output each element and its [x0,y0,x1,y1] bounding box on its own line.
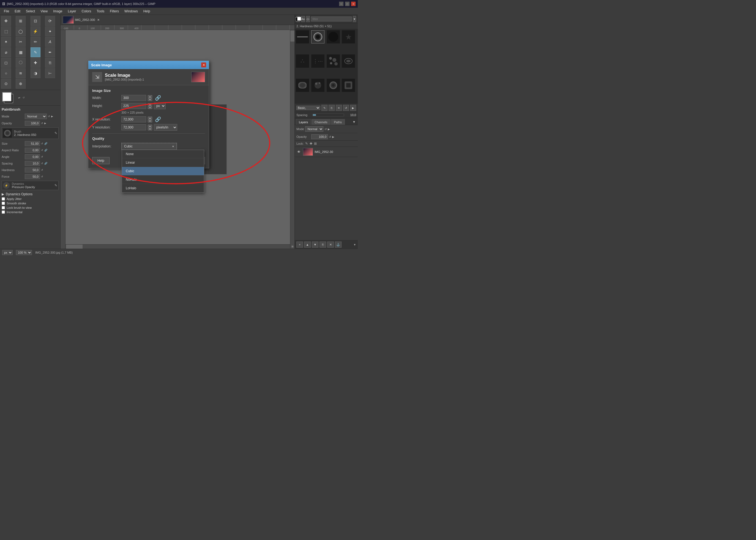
width-spinner[interactable]: ▲ ▼ [148,95,152,101]
height-spinner[interactable]: ▲ ▼ [148,103,152,109]
yres-row: Y resolution: ▲ ▼ pixels/in pixels/mm [92,124,205,131]
yres-label: Y resolution: [92,125,120,129]
res-unit-select[interactable]: pixels/in pixels/mm [154,124,177,131]
quality-section-title: Quality [92,136,205,141]
xres-label: X resolution: [92,117,120,121]
dialog-header-sub: [IMG_2952-300] (imported)-1 [105,78,144,81]
xres-row: X resolution: ▲ ▼ 🔗 [92,116,205,122]
interpolation-select[interactable]: Cubic [122,143,177,150]
width-up-btn[interactable]: ▲ [148,95,152,98]
dialog-title-bar: Scale Image ✕ [88,61,209,69]
xres-up-btn[interactable]: ▲ [148,117,152,119]
interpolation-option-lohalo[interactable]: LoHalo [122,184,204,193]
interpolation-option-linear[interactable]: Linear [122,159,204,167]
interpolation-option-cubic[interactable]: Cubic [122,167,204,176]
dialog-header: ⇲ Scale Image [IMG_2952-300] (imported)-… [88,69,209,85]
res-link-icon[interactable]: 🔗 [155,116,161,122]
interpolation-option-none[interactable]: None [122,150,204,159]
xres-input[interactable] [121,116,146,122]
width-row: Width: ▲ ▼ 🔗 [92,95,205,101]
height-label: Height: [92,104,120,108]
interpolation-row: Interpolation: Cubic ▼ None Linear Cubic… [92,143,205,150]
width-label: Width: [92,96,120,100]
height-down-btn[interactable]: ▼ [148,106,152,109]
dialog-scale-icon: ⇲ [92,72,102,82]
xres-down-btn[interactable]: ▼ [148,120,152,122]
dialog-overlay: Scale Image ✕ ⇲ Scale Image [IMG_2952-30… [0,0,358,256]
height-row: Height: ▲ ▼ px % in [92,103,205,109]
yres-input[interactable] [121,124,146,130]
height-input[interactable] [121,103,146,109]
dialog-title: Scale Image [91,63,112,67]
interpolation-dropdown-list: None Linear Cubic NoHalo LoHalo [122,150,204,193]
interpolation-option-nohalo[interactable]: NoHalo [122,176,204,184]
help-button[interactable]: Help [92,157,109,164]
scale-image-dialog: Scale Image ✕ ⇲ Scale Image [IMG_2952-30… [88,61,209,168]
width-down-btn[interactable]: ▼ [148,98,152,101]
dialog-header-info: Scale Image [IMG_2952-300] (imported)-1 [105,73,144,81]
interpolation-dropdown-trigger[interactable]: Cubic ▼ None Linear Cubic NoHalo LoHalo [121,143,177,150]
height-up-btn[interactable]: ▲ [148,103,152,106]
dialog-image-thumbnail [191,72,205,82]
width-height-link-icon[interactable]: 🔗 [155,95,161,101]
yres-down-btn[interactable]: ▼ [148,128,152,130]
width-input[interactable] [121,95,146,101]
xres-spinner[interactable]: ▲ ▼ [148,117,152,122]
image-size-section-title: Image Size [92,88,205,93]
yres-spinner[interactable]: ▲ ▼ [148,125,152,130]
dialog-header-title: Scale Image [105,73,144,78]
unit-px-select[interactable]: px % in [154,103,166,109]
dimensions-info: 300 × 225 pixels [121,111,205,114]
dialog-close-button[interactable]: ✕ [201,63,206,68]
dialog-body: Image Size Width: ▲ ▼ 🔗 Height: ▲ ▼ [88,85,209,155]
interpolation-label: Interpolation: [92,144,120,148]
yres-up-btn[interactable]: ▲ [148,125,152,127]
dialog-separator [92,133,205,134]
